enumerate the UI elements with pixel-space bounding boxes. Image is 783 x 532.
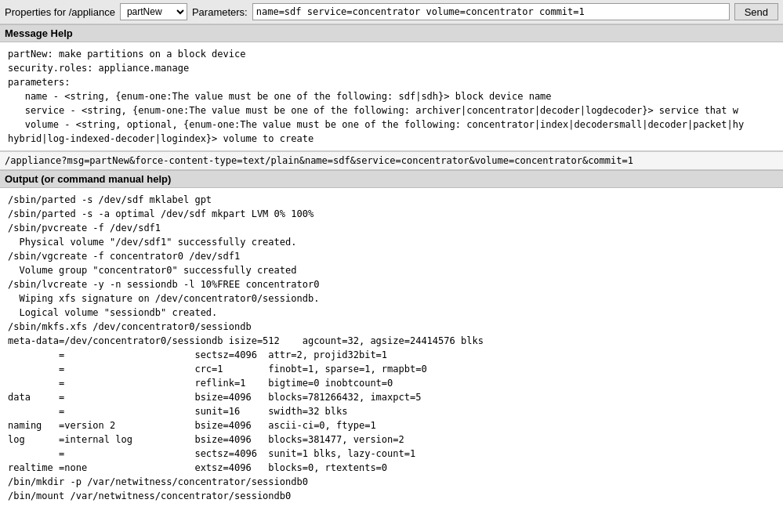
url-bar: /appliance?msg=partNew&force-content-typ… bbox=[0, 151, 783, 170]
properties-label: Properties for /appliance bbox=[5, 6, 115, 18]
output-header: Output (or command manual help) bbox=[0, 170, 783, 188]
params-label: Parameters: bbox=[192, 6, 248, 18]
method-select[interactable]: partNew partList partDelete bbox=[120, 3, 187, 20]
message-help-header: Message Help bbox=[0, 24, 783, 42]
properties-bar: Properties for /appliance partNew partLi… bbox=[0, 0, 783, 24]
output-content: /sbin/parted -s /dev/sdf mklabel gpt /sb… bbox=[0, 188, 783, 508]
main-container: Properties for /appliance partNew partLi… bbox=[0, 0, 783, 532]
message-help-content: partNew: make partitions on a block devi… bbox=[0, 42, 783, 151]
params-input[interactable] bbox=[252, 3, 730, 20]
send-button[interactable]: Send bbox=[734, 3, 778, 20]
